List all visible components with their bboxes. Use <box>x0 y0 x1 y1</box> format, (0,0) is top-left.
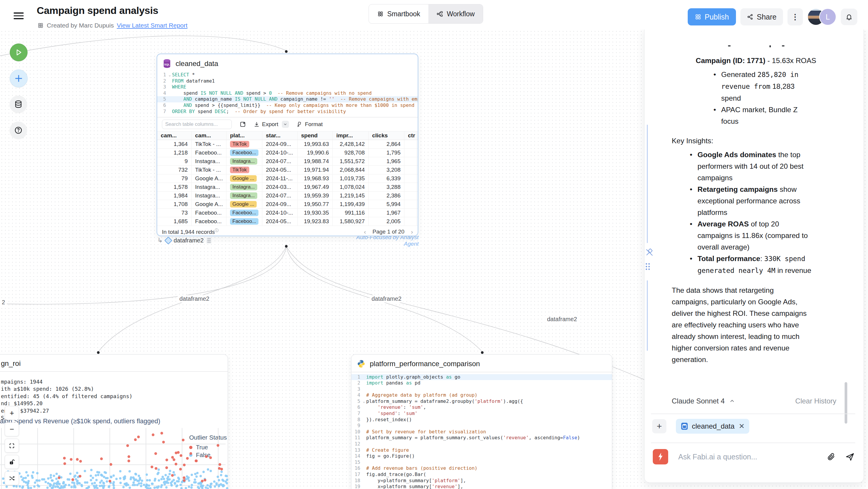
next-page-button[interactable]: › <box>411 228 413 235</box>
data-sources-button[interactable] <box>10 96 27 113</box>
code-line[interactable]: 8}).reset_index() <box>351 417 612 423</box>
code-line[interactable]: 5⌄platform_summary = dataframe2.groupby(… <box>351 398 612 405</box>
dataframe2-output-tag[interactable]: ↳ dataframe2 <box>157 237 212 244</box>
export-options-button[interactable] <box>282 121 289 128</box>
cleaned-data-node[interactable]: SQL cleaned_data 1⌄SELECT *2FROM datafra… <box>157 54 418 236</box>
code-line[interactable]: 2import pandas as pd <box>351 380 612 386</box>
code-line[interactable]: 3 <box>351 386 612 393</box>
more-options-button[interactable]: ⋮ <box>787 8 803 26</box>
code-line[interactable]: 12 <box>351 441 612 447</box>
cleaned-data-node-header[interactable]: SQL cleaned_data <box>157 54 418 72</box>
info-icon[interactable]: ⓘ <box>215 228 219 233</box>
code-line[interactable]: 13# Create figure <box>351 447 612 454</box>
search-table-columns-input[interactable] <box>162 120 232 129</box>
model-selector[interactable]: Claude Sonnet 4 <box>672 397 735 405</box>
table-row[interactable]: 1,984Instagra...Instagra...2024-07...19,… <box>157 191 418 200</box>
zoom-in-button[interactable]: + <box>5 406 19 420</box>
prev-page-button[interactable]: ‹ <box>364 228 366 235</box>
code-line[interactable]: 5 AND campaign_name IS NOT NULL AND camp… <box>157 96 418 102</box>
help-button[interactable] <box>10 122 27 139</box>
send-icon[interactable] <box>845 452 855 461</box>
table-cell: 1,685 <box>157 217 191 225</box>
code-line[interactable]: 2FROM dataframe1 <box>157 78 418 84</box>
code-line[interactable]: 14fig = go.Figure() <box>351 453 612 459</box>
fit-view-button[interactable] <box>5 439 19 453</box>
drag-handle[interactable] <box>206 237 212 244</box>
table-row[interactable]: 79Google A...Google ...2024-11-...19,968… <box>157 174 418 183</box>
clear-history-button[interactable]: Clear History <box>795 397 836 405</box>
column-header[interactable]: cam... <box>191 131 226 140</box>
table-row[interactable]: 1,364TikTok - ...TikTok2024-09...19,993.… <box>157 140 418 149</box>
sql-code-editor[interactable]: 1⌄SELECT *2FROM dataframe13WHERE4 spend … <box>157 72 418 115</box>
chevron-down-icon <box>283 122 287 126</box>
shuffle-layout-button[interactable] <box>5 471 19 485</box>
column-header[interactable]: cam... <box>157 131 191 140</box>
code-line[interactable]: 17fig.add_trace(go.Bar( <box>351 471 612 478</box>
expand-table-button[interactable] <box>240 121 246 128</box>
code-line[interactable]: 1⌄SELECT * <box>157 72 418 78</box>
table-cell: 2024-10-... <box>262 209 298 217</box>
spend-vs-revenue-scatter[interactable] <box>0 424 231 489</box>
export-button[interactable]: Export <box>254 121 289 128</box>
column-header[interactable]: impr... <box>333 131 369 140</box>
table-cell: 3,288 <box>369 183 404 191</box>
table-row[interactable]: 1,578Instagra...Instagra...2024-03...19,… <box>157 183 418 191</box>
code-line[interactable]: 7 'spend': 'sum' <box>351 410 612 417</box>
table-row[interactable]: 9Instagra...Instagra...2024-07...19,988.… <box>157 157 418 166</box>
code-line[interactable]: 1import plotly.graph_objects as go <box>351 374 612 380</box>
code-line[interactable]: 6 AND spend > {{spend_limit}} -- Keep on… <box>157 102 418 109</box>
tab-smartbook[interactable]: Smartbook <box>369 4 428 23</box>
zoom-out-button[interactable]: − <box>5 422 19 436</box>
column-header[interactable]: clicks <box>369 131 404 140</box>
created-by: Created by Marc Dupuis <box>47 22 114 29</box>
table-row[interactable]: 1,218Faceboo...Faceboo...2024-10-...19,9… <box>157 149 418 157</box>
code-line[interactable]: 16# Add revenue bars (positive direction… <box>351 465 612 471</box>
fabi-logo <box>653 449 668 464</box>
platform-performance-node[interactable]: platform_performance_comparison 1import … <box>351 354 612 489</box>
table-row[interactable]: 1,685Faceboo...Faceboo...2024-05...19,92… <box>157 217 418 226</box>
menu-icon[interactable] <box>13 12 24 20</box>
publish-button[interactable]: Publish <box>688 8 736 26</box>
run-all-button[interactable] <box>10 43 28 61</box>
view-latest-smart-report-link[interactable]: View Latest Smart Report <box>117 22 187 29</box>
attachment-icon[interactable] <box>827 452 836 461</box>
code-line[interactable]: 15 <box>351 459 612 466</box>
table-row[interactable]: 732TikTok - ...TikTok2024-05...19,971.94… <box>157 166 418 174</box>
context-chip-label: cleaned_data <box>692 422 735 430</box>
panel-scrollbar[interactable] <box>845 382 847 424</box>
column-header[interactable]: spend <box>298 131 333 140</box>
notifications-button[interactable] <box>841 8 857 25</box>
code-line[interactable]: 18 y=platform_summary['platform'], <box>351 478 612 484</box>
avatar-l[interactable]: L <box>819 8 836 26</box>
code-line[interactable]: 4# Aggregate data by platform (ad group) <box>351 392 612 398</box>
table-cell: 2024-05... <box>262 166 298 174</box>
panel-drag-handle[interactable] <box>646 263 650 270</box>
tab-workflow[interactable]: Workflow <box>428 4 483 23</box>
ask-fabi-input[interactable] <box>678 452 817 461</box>
share-button[interactable]: Share <box>740 8 783 26</box>
add-context-button[interactable]: + <box>652 419 666 433</box>
table-row[interactable]: 1,708Google A...Google ...2024-09...19,9… <box>157 200 418 209</box>
remove-context-icon[interactable]: ✕ <box>739 422 745 430</box>
code-line[interactable]: 10# Sort by revenue for better visualiza… <box>351 429 612 435</box>
column-header[interactable]: plat... <box>226 131 262 140</box>
lock-canvas-button[interactable] <box>5 455 19 469</box>
platform-performance-node-header[interactable]: platform_performance_comparison <box>351 355 612 372</box>
code-line[interactable]: 7ORDER BY spend DESC; -- Order by spend … <box>157 109 418 115</box>
table-row[interactable]: 73Faceboo...Faceboo...2024-10-...19,930.… <box>157 209 418 217</box>
add-node-button[interactable] <box>10 69 28 87</box>
code-line[interactable]: 19 x=platform_summary['revenue'], <box>351 484 612 489</box>
campaign-roi-node-header[interactable]: gn_roi <box>0 355 228 371</box>
code-line[interactable]: 6 'revenue': 'sum', <box>351 404 612 410</box>
context-chip-cleaned-data[interactable]: sql cleaned_data ✕ <box>676 419 749 434</box>
code-line[interactable]: 11platform_summary = platform_summary.so… <box>351 435 612 441</box>
code-line[interactable]: 4 spend IS NOT NULL AND spend > 0 -- Rem… <box>157 90 418 96</box>
column-header[interactable]: star... <box>262 131 298 140</box>
table-cell: 19,993.63 <box>298 140 333 148</box>
python-code-editor[interactable]: 1import plotly.graph_objects as go2impor… <box>351 374 612 489</box>
code-line[interactable]: 3WHERE <box>157 84 418 90</box>
format-button[interactable]: Format <box>297 121 323 128</box>
column-header[interactable]: ctr <box>404 131 417 140</box>
code-line[interactable]: 9 <box>351 423 612 429</box>
unpin-icon[interactable] <box>645 248 654 257</box>
